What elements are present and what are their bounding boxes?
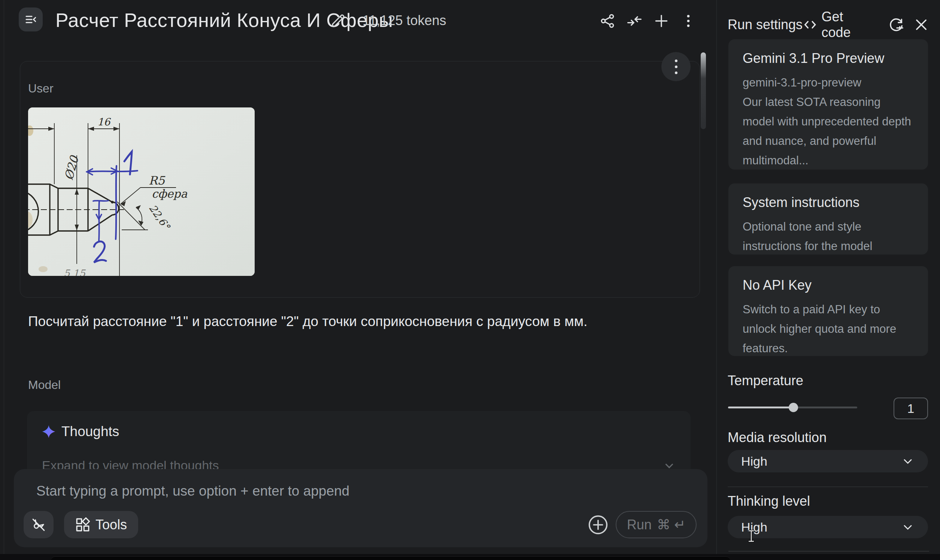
close-icon <box>914 17 929 32</box>
pen-off-button[interactable] <box>23 511 54 538</box>
run-button-label: Run <box>627 517 652 533</box>
code-brackets-icon <box>803 17 818 32</box>
bottom-sheet-edge[interactable] <box>51 556 730 560</box>
reset-settings-button[interactable] <box>887 15 905 34</box>
thoughts-panel[interactable]: Thoughts Expand to view model thoughts <box>27 411 690 477</box>
system-card-description: Optional tone and style instructions for… <box>743 217 914 256</box>
kebab-dot <box>675 66 678 68</box>
kebab-dot <box>675 71 678 74</box>
new-chat-button[interactable] <box>652 11 671 31</box>
collapse-sidebar-icon <box>24 13 37 26</box>
share-button[interactable] <box>598 11 617 31</box>
thinking-level-dropdown[interactable]: High <box>728 516 928 538</box>
api-key-card[interactable]: No API Key Switch to a paid API key to u… <box>729 266 928 356</box>
close-panel-button[interactable] <box>913 16 930 34</box>
pen-off-icon <box>31 517 46 533</box>
thinking-level-label: Thinking level <box>728 493 810 509</box>
slider-track-filled <box>728 406 793 408</box>
chevron-down-icon <box>901 454 915 468</box>
run-settings-title: Run settings <box>728 17 803 32</box>
temperature-slider[interactable] <box>728 400 857 415</box>
temperature-value-input[interactable]: 1 <box>894 397 928 419</box>
chat-scrollbar[interactable] <box>701 52 706 129</box>
media-resolution-value: High <box>741 454 767 469</box>
panel-divider <box>728 487 928 487</box>
token-count: 11,125 tokens <box>362 13 447 28</box>
model-description: Our latest SOTA reasoning model with unp… <box>743 92 914 170</box>
model-selector-card[interactable]: Gemini 3.1 Pro Preview gemini-3.1-pro-pr… <box>729 39 928 169</box>
collapse-sidebar-button[interactable] <box>19 8 43 31</box>
user-message-text: Посчитай расстояние "1" и расстояние "2"… <box>28 314 665 329</box>
kebab-menu-icon <box>680 13 697 29</box>
reset-settings-icon <box>888 16 905 33</box>
run-shortcut: ⌘ ↵ <box>657 517 685 533</box>
share-icon <box>599 13 616 29</box>
plus-icon <box>653 13 670 29</box>
get-code-button[interactable]: Get code <box>803 9 874 40</box>
tools-button-label: Tools <box>96 517 127 533</box>
pencil-icon <box>330 13 346 28</box>
chevron-down-icon <box>901 520 915 534</box>
edit-title-button[interactable] <box>330 12 347 29</box>
system-card-title: System instructions <box>743 195 914 210</box>
slider-thumb[interactable] <box>789 403 798 412</box>
user-role-label: User <box>28 82 54 95</box>
panel-bottom-divider <box>729 551 929 551</box>
slider-track-empty <box>793 406 857 408</box>
run-settings-panel: Run settings Get code Gemini 3.1 Pro Pre… <box>717 0 940 560</box>
temperature-label: Temperature <box>728 373 803 389</box>
tools-button[interactable]: Tools <box>64 511 138 538</box>
more-options-button[interactable] <box>679 11 698 31</box>
model-role-label: Model <box>28 378 61 392</box>
plus-circle-icon <box>587 514 609 535</box>
sphere-label: сфера <box>152 187 187 200</box>
compare-arrows-icon <box>626 13 643 29</box>
get-code-label: Get code <box>822 9 874 40</box>
kebab-dot <box>675 60 678 62</box>
api-key-card-description: Switch to a paid API key to unlock highe… <box>743 300 914 358</box>
media-resolution-dropdown[interactable]: High <box>728 450 928 472</box>
r5-label: R5 <box>149 174 165 187</box>
dim-16-label: 16 <box>97 116 111 128</box>
thoughts-title: Thoughts <box>62 424 119 440</box>
add-attachment-button[interactable] <box>587 513 610 537</box>
api-key-card-title: No API Key <box>743 277 914 293</box>
panel-divider-line <box>717 0 717 560</box>
partial-bottom-text: 5 15 <box>64 268 86 276</box>
left-edge-divider <box>4 0 4 560</box>
prompt-input-placeholder[interactable]: Start typing a prompt, use option + ente… <box>36 483 350 499</box>
sparkle-icon <box>42 425 55 438</box>
mouse-cursor <box>747 529 757 543</box>
message-options-button[interactable] <box>661 52 690 81</box>
technical-drawing: 16 Ø20 R5 сфера 22,6° 5 15 <box>28 108 255 276</box>
model-card-title: Gemini 3.1 Pro Preview <box>743 51 914 66</box>
model-id: gemini-3.1-pro-preview <box>743 73 914 92</box>
run-button[interactable]: Run ⌘ ↵ <box>616 511 697 538</box>
tools-grid-icon <box>75 517 90 532</box>
compare-button[interactable] <box>625 11 644 31</box>
system-instructions-card[interactable]: System instructions Optional tone and st… <box>729 183 928 255</box>
media-resolution-label: Media resolution <box>728 430 826 445</box>
prompt-composer[interactable]: Start typing a prompt, use option + ente… <box>14 469 707 547</box>
attached-drawing-image[interactable]: 16 Ø20 R5 сфера 22,6° 5 15 <box>28 108 255 276</box>
